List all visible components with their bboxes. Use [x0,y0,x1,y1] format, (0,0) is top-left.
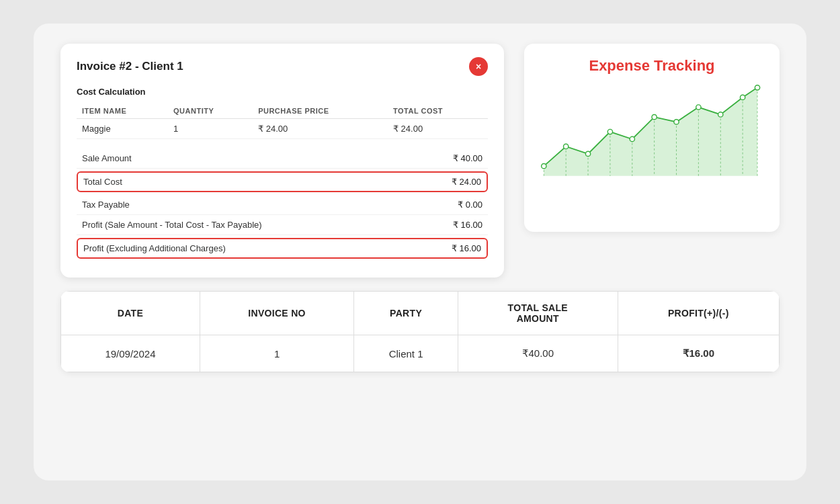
summary-label: Sale Amount [82,153,132,163]
expense-card: Expense Tracking [524,44,780,232]
table-header-4: PROFIT(+)/(-) [618,292,779,335]
main-container: Invoice #2 - Client 1 × Cost Calculation… [34,24,806,480]
chart-area [539,83,765,221]
table-header-3: TOTAL SALE AMOUNT [458,292,618,335]
summary-label: Profit (Sale Amount - Total Cost - Tax P… [82,220,262,230]
summary-row-3: Profit (Sale Amount - Total Cost - Tax P… [77,215,488,235]
summary-row-1: Total Cost ₹ 24.00 [77,171,488,192]
cell-invoice: 1 [200,335,353,372]
cell-party: Client 1 [354,335,458,372]
chart-dot [696,105,701,110]
svg-marker-0 [544,87,757,175]
item-purchase-price: ₹ 24.00 [253,119,388,139]
modal-close-button[interactable]: × [469,57,488,76]
chart-dot [718,112,723,117]
summary-label: Profit (Excluding Additional Charges) [83,243,226,253]
summary-amount: ₹ 16.00 [452,243,481,253]
item-total-cost: ₹ 24.00 [388,119,488,139]
chart-dot [607,129,612,134]
summary-row-4: Profit (Excluding Additional Charges) ₹ … [77,238,488,259]
chart-dot [564,144,569,149]
chart-dot [630,136,634,141]
summary-label: Total Cost [83,177,122,187]
summary-row-0: Sale Amount ₹ 40.00 [77,149,488,169]
item-qty: 1 [168,119,253,139]
table-header-1: INVOICE NO [200,292,353,335]
cost-table-row: Maggie 1 ₹ 24.00 ₹ 24.00 [77,119,488,139]
col-header-item: ITEM NAME [77,103,168,119]
col-header-price: PURCHASE PRICE [253,103,388,119]
invoice-modal: Invoice #2 - Client 1 × Cost Calculation… [60,44,504,278]
chart-dot [674,120,679,124]
data-table: DATEINVOICE NOPARTYTOTAL SALE AMOUNTPROF… [60,291,780,372]
table-header-2: PARTY [354,292,458,335]
cell-profit: ₹16.00 [618,335,779,372]
col-header-cost: TOTAL COST [388,103,488,119]
chart-dot [755,85,759,90]
expense-title: Expense Tracking [539,57,765,75]
summary-amount: ₹ 40.00 [453,153,482,163]
chart-dot [740,95,745,99]
table-header-0: DATE [61,292,200,335]
col-header-qty: QUANTITY [168,103,253,119]
cell-total-sale: ₹40.00 [458,335,618,372]
summary-amount: ₹ 16.00 [453,220,482,230]
chart-dot [652,114,657,119]
modal-title: Invoice #2 - Client 1 [77,60,183,73]
summary-row-2: Tax Payable ₹ 0.00 [77,195,488,215]
modal-header: Invoice #2 - Client 1 × [77,57,488,76]
summary-amount: ₹ 0.00 [458,200,482,210]
summary-amount: ₹ 24.00 [452,177,481,187]
item-name: Maggie [77,119,168,139]
chart-dot [585,151,590,156]
chart-dot [542,164,546,169]
bottom-table-container: DATEINVOICE NOPARTYTOTAL SALE AMOUNTPROF… [60,291,780,372]
table-row: 19/09/20241Client 1₹40.00₹16.00 [61,335,780,372]
top-section: Invoice #2 - Client 1 × Cost Calculation… [60,44,780,278]
cell-date: 19/09/2024 [61,335,200,372]
cost-table: ITEM NAME QUANTITY PURCHASE PRICE TOTAL … [77,103,488,139]
summary-label: Tax Payable [82,200,130,210]
cost-calculation-label: Cost Calculation [77,87,488,97]
